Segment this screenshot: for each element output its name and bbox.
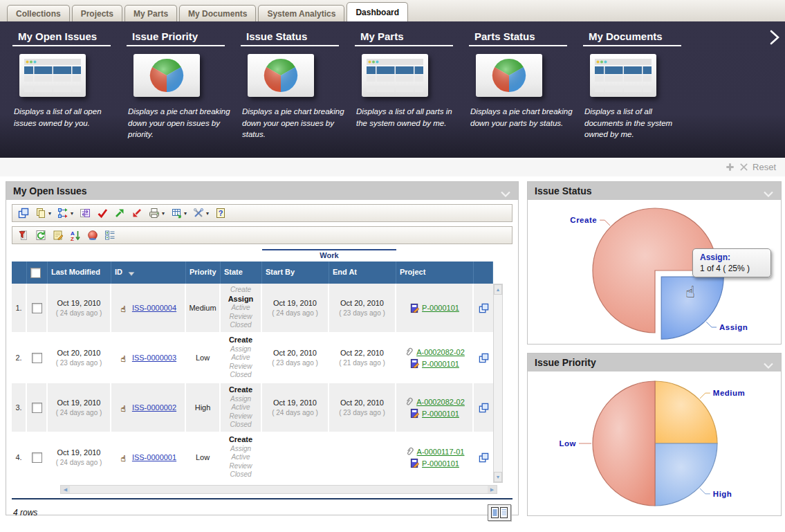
cell-last-modified: Oct 19, 2010( 24 days ago ) — [48, 284, 111, 332]
cell-project: A-0002082-02P-0000101 — [396, 333, 474, 382]
toolbar-button-tools[interactable]: ▾ — [191, 207, 211, 219]
open-window-icon[interactable] — [479, 353, 489, 363]
tab-projects[interactable]: Projects — [72, 5, 122, 21]
issue-link[interactable]: ISS-0000001 — [132, 453, 176, 461]
dropdown-arrow-icon[interactable]: ▾ — [184, 210, 187, 217]
toolbar-button-promote[interactable] — [112, 207, 127, 219]
row-checkbox[interactable] — [32, 303, 42, 313]
column-header-state[interactable]: State — [221, 262, 262, 284]
widget-card-issue-priority[interactable]: Issue PriorityDisplays a pie chart break… — [127, 30, 241, 158]
toolbar-button-chart[interactable] — [85, 229, 100, 241]
open-window-icon[interactable] — [479, 452, 489, 463]
widget-card-my-parts[interactable]: My PartsDisplays a list of all parts in … — [355, 30, 469, 158]
widget-card-parts-status[interactable]: Parts StatusDisplays a pie chart breakin… — [469, 30, 583, 158]
issue-link[interactable]: ISS-0000002 — [132, 403, 176, 412]
tab-collections[interactable]: Collections — [7, 5, 70, 21]
row-checkbox[interactable] — [32, 452, 42, 463]
column-header-project[interactable]: Project — [396, 262, 474, 284]
column-header-end-at[interactable]: End At — [329, 262, 396, 284]
issue-link[interactable]: ISS-0000004 — [132, 304, 176, 312]
widget-card-issue-status[interactable]: Issue StatusDisplays a pie chart breakin… — [241, 30, 355, 158]
column-header-start-by[interactable]: Start By — [262, 262, 329, 284]
chevron-down-icon[interactable] — [500, 188, 511, 194]
tab-dashboard[interactable]: Dashboard — [347, 2, 408, 21]
table-widget-icon — [362, 54, 428, 97]
state-review: Review — [230, 313, 252, 322]
row-checkbox[interactable] — [32, 353, 42, 363]
state-create: Create — [230, 286, 251, 295]
toolbar-button-workflow[interactable]: ▾ — [55, 207, 75, 219]
open-window-icon[interactable] — [479, 403, 489, 413]
add-widget-icon[interactable] — [725, 162, 735, 172]
toolbar-button-replace[interactable] — [77, 207, 93, 219]
toolbar-button-help[interactable]: ? — [213, 207, 228, 219]
project-link[interactable]: P-0000101 — [422, 459, 459, 468]
chevron-down-icon[interactable] — [763, 360, 774, 366]
table-row[interactable]: 1.Oct 19, 2010( 24 days ago )☝ISS-000000… — [12, 284, 493, 333]
dropdown-arrow-icon[interactable]: ▾ — [162, 210, 165, 217]
project-link[interactable]: P-0000101 — [422, 410, 459, 418]
project-link[interactable]: A-0002082-02 — [416, 398, 465, 406]
table-row[interactable]: 3.Oct 19, 2010( 24 days ago )☝ISS-000000… — [12, 383, 493, 433]
toolbar-button-print[interactable]: ▾ — [147, 207, 167, 219]
open-window-icon[interactable] — [479, 303, 489, 313]
toolbar-button-new-window[interactable] — [16, 207, 31, 219]
issue-priority-pie[interactable]: MediumHighLow — [528, 372, 781, 515]
cell-row-number: 1. — [12, 284, 27, 332]
tab-my-parts[interactable]: My Parts — [124, 5, 177, 21]
widget-card-description: Displays a list of all open issues owned… — [12, 106, 118, 129]
cell-start-by: Oct 20, 2010( 23 days ago ) — [262, 333, 329, 382]
widget-card-my-open-issues[interactable]: My Open IssuesDisplays a list of all ope… — [12, 30, 127, 158]
reset-button[interactable]: Reset — [752, 162, 776, 172]
scroll-down-arrow[interactable]: ▼ — [494, 472, 502, 482]
dropdown-arrow-icon[interactable]: ▾ — [71, 210, 73, 217]
table-row[interactable]: 4.Oct 19, 2010( 24 days ago )☝ISS-000000… — [12, 433, 493, 483]
table-widget-icon — [19, 54, 86, 97]
table-vertical-scrollbar[interactable]: ▲▼ — [493, 284, 503, 483]
column-header-last-modified[interactable]: Last Modified — [48, 262, 111, 284]
toolbar-button-sort-az[interactable]: AZ — [68, 229, 83, 241]
widget-card-description: Displays a pie chart breaking down your … — [241, 106, 346, 140]
pie-slice-medium[interactable] — [655, 381, 717, 443]
chevron-down-icon[interactable] — [763, 188, 774, 194]
scroll-up-arrow[interactable]: ▲ — [494, 284, 502, 295]
page-toggle-button[interactable] — [488, 504, 511, 521]
toolbar-button-edit-note[interactable] — [50, 229, 66, 241]
column-header-id[interactable]: ID — [111, 262, 186, 284]
project-link[interactable]: A-0002082-02 — [416, 348, 465, 356]
toolbar-button-filter[interactable] — [16, 229, 31, 241]
widget-card-description: Displays a pie chart breaking down your … — [127, 106, 232, 140]
table-horizontal-scrollbar[interactable]: ◀▶ — [60, 485, 497, 494]
toolbar-button-demote[interactable] — [129, 207, 145, 219]
project-link[interactable]: P-0000101 — [422, 304, 459, 312]
tab-system-analytics[interactable]: System Analytics — [258, 5, 344, 21]
gallery-next-button[interactable] — [770, 30, 779, 45]
dropdown-arrow-icon[interactable]: ▾ — [48, 210, 51, 217]
column-header-priority[interactable]: Priority — [186, 262, 221, 284]
pie-slice-low[interactable] — [593, 381, 655, 506]
select-all-checkbox[interactable] — [30, 268, 41, 278]
row-checkbox[interactable] — [32, 403, 42, 413]
widget-card-my-documents[interactable]: My DocumentsDisplays a list of all docum… — [583, 30, 697, 158]
pie-slice-high[interactable] — [655, 443, 717, 506]
toolbar-button-refresh[interactable] — [33, 229, 48, 241]
table-row[interactable]: 2.Oct 20, 2010( 23 days ago )☝ISS-000000… — [12, 333, 493, 383]
issue-link[interactable]: ISS-0000003 — [132, 354, 176, 362]
state-review: Review — [230, 412, 252, 421]
project-link[interactable]: P-0000101 — [422, 360, 459, 368]
widget-card-title: My Parts — [355, 30, 453, 46]
toolbar-button-vote[interactable] — [95, 207, 110, 219]
slice-label-low: Low — [560, 439, 577, 448]
panel-header: My Open Issues — [6, 182, 518, 200]
toolbar-button-export-grid[interactable]: ▾ — [169, 207, 189, 219]
widget-card-description: Displays a pie chart breaking down your … — [469, 106, 574, 129]
slice-label-high: High — [713, 490, 732, 498]
dropdown-arrow-icon[interactable]: ▾ — [206, 210, 209, 217]
tab-my-documents[interactable]: My Documents — [179, 5, 256, 21]
project-link[interactable]: A-0000117-01 — [417, 448, 465, 456]
scroll-left-arrow[interactable]: ◀ — [61, 486, 70, 493]
scroll-right-arrow[interactable]: ▶ — [488, 486, 497, 493]
toolbar-button-copy[interactable]: ▾ — [33, 207, 53, 219]
close-widget-icon[interactable] — [739, 162, 749, 172]
toolbar-button-tree-list[interactable] — [102, 229, 118, 241]
